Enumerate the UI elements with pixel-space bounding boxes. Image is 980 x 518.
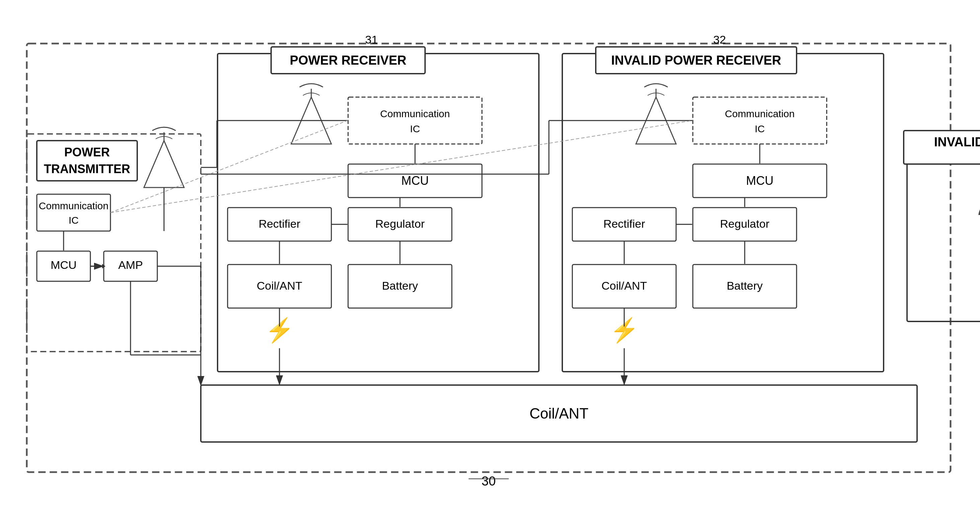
ref-32: 32: [713, 33, 726, 46]
power-transmitter-label2: TRANSMITTER: [44, 162, 130, 176]
comm-ic-tx-label2: IC: [68, 215, 79, 226]
power-receiver-label: POWER RECEIVER: [290, 53, 406, 67]
comm-ic-rx32-label: Communication: [725, 108, 795, 119]
svg-rect-0: [0, 0, 980, 518]
power-transmitter-label: POWER: [64, 145, 110, 159]
ref-31: 31: [365, 33, 378, 46]
amp-label: AMP: [118, 258, 143, 271]
comm-ic-rx31-label: Communication: [380, 108, 450, 119]
coil-ant-rx31-label: Coil/ANT: [257, 279, 302, 292]
invalid-power-receiver-label: INVALID POWER RECEIVER: [611, 53, 781, 67]
invalid-materials-label: INVALID MATERIALS: [934, 135, 980, 149]
battery-rx31-label: Battery: [382, 279, 418, 292]
coil-ant-main-label: Coil/ANT: [530, 405, 589, 422]
rectifier-rx32-label: Rectifier: [603, 217, 645, 230]
mcu-tx-label: MCU: [51, 258, 76, 271]
diagram-container: POWER TRANSMITTER Communication IC MCU A…: [0, 0, 980, 518]
ref-30: 30: [482, 474, 496, 488]
comm-ic-rx32-label2: IC: [755, 123, 765, 134]
regulator-rx31-label: Regulator: [375, 217, 425, 230]
mcu-rx31-label: MCU: [401, 174, 429, 188]
comm-ic-tx-label: Communication: [39, 200, 108, 211]
rectifier-rx31-label: Rectifier: [259, 217, 301, 230]
mcu-rx32-label: MCU: [746, 174, 773, 188]
comm-ic-rx31-label2: IC: [410, 123, 420, 134]
regulator-rx32-label: Regulator: [720, 217, 769, 230]
battery-rx32-label: Battery: [727, 279, 763, 292]
coil-ant-rx32-label: Coil/ANT: [601, 279, 647, 292]
question-mark: ?: [975, 187, 980, 262]
diagram-svg: POWER TRANSMITTER Communication IC MCU A…: [0, 0, 980, 518]
